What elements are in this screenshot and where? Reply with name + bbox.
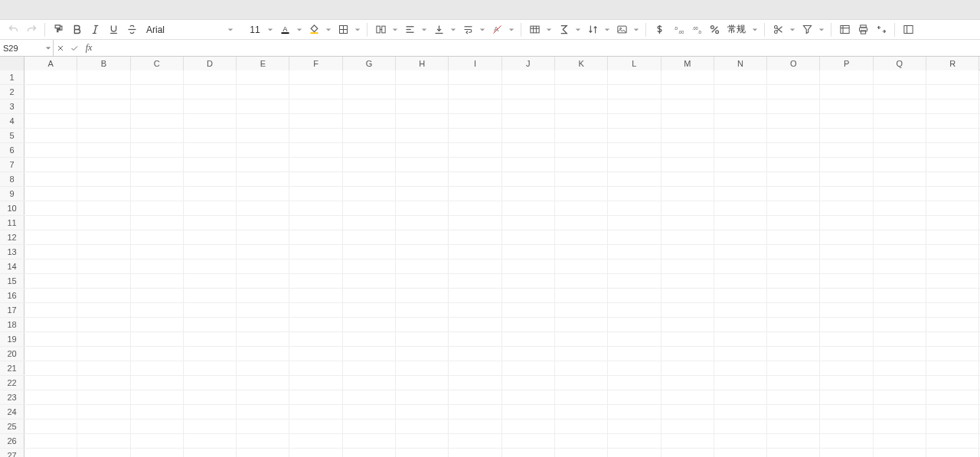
cell[interactable] xyxy=(237,390,289,405)
cell[interactable] xyxy=(555,303,608,318)
column-header[interactable]: J xyxy=(502,57,555,70)
column-header[interactable]: I xyxy=(449,57,501,70)
cell[interactable] xyxy=(820,274,873,289)
cell[interactable] xyxy=(502,274,555,289)
cell[interactable] xyxy=(289,376,342,390)
cell[interactable] xyxy=(662,85,714,100)
cell[interactable] xyxy=(237,158,289,172)
cell[interactable] xyxy=(343,332,396,347)
cell[interactable] xyxy=(767,245,820,260)
cell[interactable] xyxy=(24,187,77,201)
insert-dropdown[interactable] xyxy=(544,21,554,38)
cell[interactable] xyxy=(926,216,979,230)
cell[interactable] xyxy=(767,230,820,245)
cell[interactable] xyxy=(131,100,184,114)
cell[interactable] xyxy=(502,129,555,143)
cell[interactable] xyxy=(131,332,184,347)
cell[interactable] xyxy=(502,390,555,405)
cell[interactable] xyxy=(767,449,820,457)
cell[interactable] xyxy=(131,434,184,449)
column-header[interactable]: C xyxy=(131,57,184,70)
cell[interactable] xyxy=(502,405,555,419)
cell[interactable] xyxy=(555,216,608,230)
cell[interactable] xyxy=(237,201,289,216)
cell[interactable] xyxy=(396,187,449,201)
cell[interactable] xyxy=(926,289,979,303)
cell[interactable] xyxy=(874,260,926,274)
cell[interactable] xyxy=(237,289,289,303)
row-header[interactable]: 3 xyxy=(0,100,24,113)
cell[interactable] xyxy=(77,129,130,143)
cell[interactable] xyxy=(555,85,608,100)
cell[interactable] xyxy=(24,434,77,449)
cell[interactable] xyxy=(343,230,396,245)
cell[interactable] xyxy=(77,347,130,361)
cell[interactable] xyxy=(24,201,77,216)
cell[interactable] xyxy=(77,187,130,201)
sort-button[interactable] xyxy=(584,21,601,38)
cell[interactable] xyxy=(555,129,608,143)
cell[interactable] xyxy=(502,376,555,390)
cell[interactable] xyxy=(820,70,873,85)
cell[interactable] xyxy=(714,143,767,158)
print-button[interactable] xyxy=(854,21,871,38)
cell[interactable] xyxy=(289,303,342,318)
cell[interactable] xyxy=(714,100,767,114)
cell[interactable] xyxy=(77,143,130,158)
cell[interactable] xyxy=(449,274,501,289)
cell[interactable] xyxy=(24,419,77,434)
cell[interactable] xyxy=(874,376,926,390)
cell[interactable] xyxy=(449,303,501,318)
borders-dropdown[interactable] xyxy=(353,21,362,38)
cell[interactable] xyxy=(24,245,77,260)
cell[interactable] xyxy=(289,260,342,274)
cell[interactable] xyxy=(289,449,342,457)
cell[interactable] xyxy=(396,245,449,260)
cell[interactable] xyxy=(131,390,184,405)
cell[interactable] xyxy=(874,129,926,143)
cell[interactable] xyxy=(820,172,873,187)
cell[interactable] xyxy=(714,187,767,201)
bold-button[interactable] xyxy=(68,21,85,38)
number-format-dropdown[interactable] xyxy=(750,21,760,38)
cell[interactable] xyxy=(555,70,608,85)
cell[interactable] xyxy=(662,260,714,274)
cell[interactable] xyxy=(131,114,184,129)
cell[interactable] xyxy=(184,332,237,347)
cell[interactable] xyxy=(767,85,820,100)
cell[interactable] xyxy=(24,449,77,457)
decrease-decimal-button[interactable]: .00.0 xyxy=(688,21,704,38)
cell[interactable] xyxy=(343,434,396,449)
cell[interactable] xyxy=(449,143,501,158)
cell[interactable] xyxy=(184,158,237,172)
cell[interactable] xyxy=(396,100,449,114)
cell[interactable] xyxy=(874,289,926,303)
cell[interactable] xyxy=(662,114,714,129)
cell[interactable] xyxy=(502,158,555,172)
cell[interactable] xyxy=(874,230,926,245)
cell[interactable] xyxy=(608,332,661,347)
cell[interactable] xyxy=(289,289,342,303)
cell[interactable] xyxy=(502,143,555,158)
cell[interactable] xyxy=(767,289,820,303)
cell[interactable] xyxy=(662,289,714,303)
cell[interactable] xyxy=(184,434,237,449)
cell[interactable] xyxy=(289,201,342,216)
cell[interactable] xyxy=(608,172,661,187)
cell[interactable] xyxy=(608,100,661,114)
cell[interactable] xyxy=(714,376,767,390)
cell[interactable] xyxy=(289,274,342,289)
cell[interactable] xyxy=(820,100,873,114)
cell[interactable] xyxy=(449,318,501,332)
cell[interactable] xyxy=(714,172,767,187)
cell[interactable] xyxy=(131,230,184,245)
cell[interactable] xyxy=(608,230,661,245)
cell[interactable] xyxy=(343,274,396,289)
row-header[interactable]: 8 xyxy=(0,172,24,186)
cell[interactable] xyxy=(184,143,237,158)
formula-input[interactable] xyxy=(96,40,980,56)
row-header[interactable]: 6 xyxy=(0,143,24,157)
cell[interactable] xyxy=(555,274,608,289)
image-dropdown[interactable] xyxy=(632,21,641,38)
cell[interactable] xyxy=(184,187,237,201)
